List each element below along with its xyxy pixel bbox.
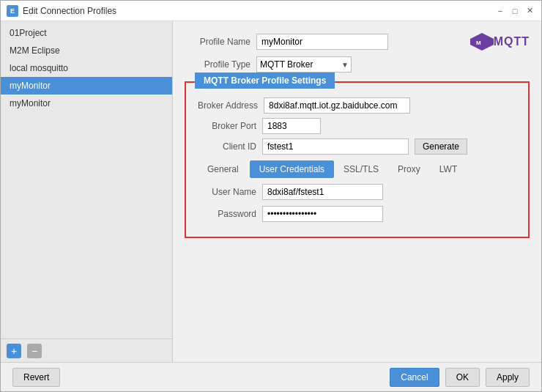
app-icon-letter: E (10, 7, 15, 15)
content-area: 01Project M2M Eclipse local mosquitto my… (1, 21, 541, 362)
app-icon: E (7, 5, 18, 17)
broker-port-input[interactable] (262, 118, 321, 134)
sidebar-item-01project[interactable]: 01Project (1, 24, 172, 42)
broker-port-label: Broker Port (198, 121, 256, 131)
broker-address-row: Broker Address (198, 97, 516, 114)
credentials-section: User Name Password (198, 184, 516, 222)
tab-lwt[interactable]: LWT (430, 160, 467, 178)
sidebar-bottom-bar: + − (1, 339, 172, 362)
svg-marker-0 (470, 33, 494, 51)
ok-button[interactable]: OK (445, 368, 480, 387)
username-input[interactable] (262, 184, 383, 200)
mqtt-logo-icon: M (470, 33, 494, 51)
revert-button[interactable]: Revert (12, 368, 60, 387)
sidebar: 01Project M2M Eclipse local mosquitto my… (1, 21, 173, 362)
profile-name-input[interactable] (256, 34, 388, 50)
password-row: Password (198, 206, 516, 222)
cancel-button[interactable]: Cancel (390, 368, 439, 387)
broker-address-label: Broker Address (198, 100, 258, 111)
apply-button[interactable]: Apply (486, 368, 530, 387)
password-input[interactable] (262, 206, 383, 222)
username-row: User Name (198, 184, 516, 200)
svg-text:M: M (476, 40, 481, 46)
sidebar-item-m2m-eclipse[interactable]: M2M Eclipse (1, 42, 172, 59)
sidebar-item-local-mosquitto[interactable]: local mosquitto (1, 59, 172, 77)
tab-proxy[interactable]: Proxy (388, 160, 430, 178)
sidebar-item-mymonitor-1[interactable]: myMonitor (1, 77, 172, 95)
broker-section-box: MQTT Broker Profile Settings Broker Addr… (185, 81, 530, 238)
maximize-button[interactable]: □ (509, 5, 521, 17)
password-label: Password (198, 209, 256, 219)
broker-address-input[interactable] (264, 97, 410, 114)
add-profile-button[interactable]: + (7, 344, 21, 358)
titlebar: E Edit Connection Profiles − □ ✕ (1, 1, 541, 21)
client-id-row: Client ID Generate (198, 138, 516, 155)
profile-name-label: Profile Name (185, 37, 250, 47)
profile-type-select[interactable]: MQTT Broker MQTT Subscriber (256, 56, 352, 73)
profile-type-label: Profile Type (185, 59, 250, 70)
tab-general[interactable]: General (198, 160, 248, 178)
window-controls: − □ ✕ (494, 5, 535, 17)
close-button[interactable]: ✕ (524, 5, 535, 17)
broker-port-row: Broker Port (198, 118, 516, 134)
remove-profile-button[interactable]: − (27, 344, 42, 358)
generate-button[interactable]: Generate (415, 138, 467, 155)
tabs-bar: General User Credentials SSL/TLS Proxy L… (198, 160, 516, 178)
profile-type-row: Profile Type MQTT Broker MQTT Subscriber… (185, 56, 530, 73)
footer-left-space: Revert (12, 368, 384, 387)
client-id-input[interactable] (262, 138, 409, 155)
tab-user-credentials[interactable]: User Credentials (250, 160, 334, 178)
username-label: User Name (198, 187, 256, 197)
mqtt-logo-text: MQTT (494, 35, 530, 48)
profile-name-row: Profile Name M MQTT (185, 33, 530, 51)
tab-ssl-tls[interactable]: SSL/TLS (334, 160, 388, 178)
sidebar-item-mymonitor-2[interactable]: myMonitor (1, 95, 172, 112)
minimize-button[interactable]: − (494, 5, 506, 17)
mqtt-logo-area: M MQTT (470, 33, 530, 51)
main-panel: Profile Name M MQTT Profile Type MQTT Br… (173, 21, 541, 362)
broker-section-title-button[interactable]: MQTT Broker Profile Settings (195, 73, 335, 89)
profile-type-wrapper: MQTT Broker MQTT Subscriber ▼ (256, 56, 352, 73)
footer-bar: Revert Cancel OK Apply (1, 362, 541, 391)
client-id-label: Client ID (198, 141, 256, 152)
window-title: Edit Connection Profiles (23, 6, 494, 16)
main-window: E Edit Connection Profiles − □ ✕ 01Proje… (0, 0, 542, 392)
sidebar-items-list: 01Project M2M Eclipse local mosquitto my… (1, 21, 172, 339)
